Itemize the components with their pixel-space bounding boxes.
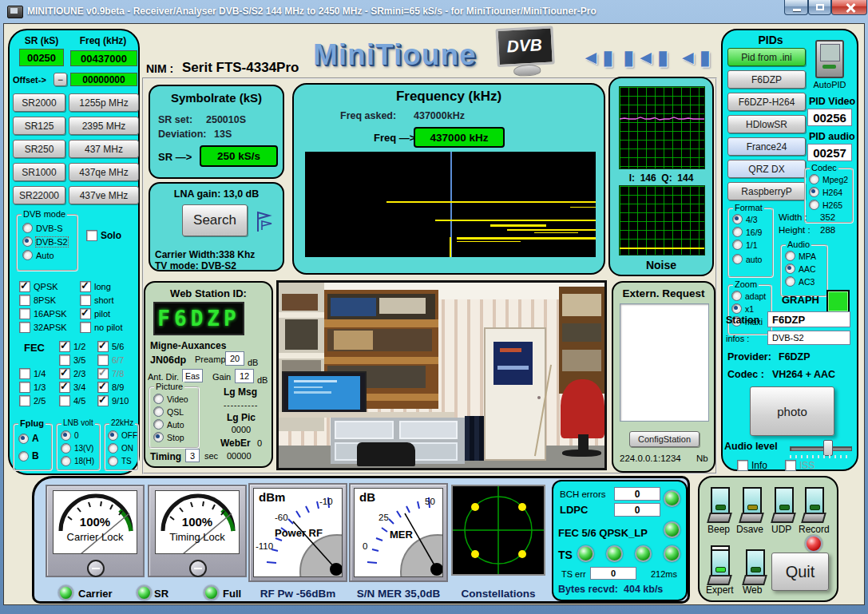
radio-lnb-0[interactable]: 0 — [61, 430, 79, 441]
checkbox-long[interactable]: long — [80, 281, 111, 292]
config-station-button[interactable]: ConfigStation — [629, 431, 700, 447]
graph-button[interactable] — [826, 290, 850, 313]
preset-437qe-button[interactable]: 437qe MHz — [69, 163, 139, 181]
radio-fplug-b[interactable]: B — [18, 450, 39, 461]
info-checkbox[interactable]: Info — [737, 460, 767, 471]
close-button[interactable] — [831, 0, 867, 15]
udp-switch[interactable] — [773, 485, 794, 522]
preset-437-button[interactable]: 437 MHz — [69, 140, 139, 158]
checkbox-fec-1-3[interactable]: 1/3 — [19, 382, 46, 393]
checkbox-fec-8-9[interactable]: 8/9 — [97, 382, 124, 393]
checkbox-qpsk[interactable]: QPSK — [19, 281, 58, 292]
radio-audio-ac3[interactable]: AC3 — [785, 276, 814, 287]
checkbox-fec-5-6[interactable]: 5/6 — [97, 341, 124, 352]
preset-sr250-button[interactable]: SR250 — [13, 140, 65, 158]
checkbox-fec-6-7[interactable]: 6/7 — [97, 355, 124, 366]
radio-icon — [22, 223, 33, 233]
dsave-switch[interactable] — [741, 485, 762, 522]
preset-sr125-button[interactable]: SR125 — [13, 117, 65, 135]
radio-22khz-off[interactable]: OFF — [108, 430, 137, 441]
radio-fplug-a[interactable]: A — [18, 433, 39, 444]
radio-zoom-adapt[interactable]: adapt — [731, 291, 766, 301]
preset-sr2000-button[interactable]: SR2000 — [13, 93, 65, 112]
solo-checkbox[interactable]: Solo — [86, 230, 121, 241]
expert-switch[interactable] — [709, 548, 730, 584]
search-button[interactable]: Search — [182, 204, 248, 236]
radio-codec-h264[interactable]: H264 — [809, 187, 842, 197]
radio-codec-mpeg2[interactable]: Mpeg2 — [809, 174, 848, 184]
radio-format-auto[interactable]: auto — [732, 254, 762, 264]
checkbox-fec-7-8[interactable]: 7/8 — [97, 368, 124, 379]
antdir-input[interactable]: Eas — [182, 369, 203, 382]
radio-dvb-s[interactable]: DVB-S — [22, 223, 63, 233]
record-switch[interactable] — [803, 485, 824, 522]
radio-dvb-auto[interactable]: Auto — [22, 250, 54, 260]
preset-1255p-button[interactable]: 1255p MHz — [69, 93, 139, 112]
offset-input[interactable]: 00000000 — [70, 73, 137, 86]
pid-video-value[interactable]: 00256 — [807, 109, 852, 126]
radio-lnb-13v[interactable]: 13(V) — [61, 443, 93, 454]
radio-picture-auto[interactable]: Auto — [153, 419, 184, 430]
preset-2395-button[interactable]: 2395 MHz — [69, 117, 139, 135]
checkbox-32apsk[interactable]: 32APSK — [19, 322, 67, 333]
beep-switch[interactable] — [709, 485, 730, 522]
preset-sr1000-button[interactable]: SR1000 — [13, 163, 65, 181]
pid-f6dzp-button[interactable]: F6DZP — [727, 70, 806, 89]
checkbox-fec-4-5[interactable]: 4/5 — [59, 395, 85, 406]
timing-input[interactable]: 3 — [185, 449, 200, 462]
checkbox-fec-2-5[interactable]: 2/5 — [19, 395, 46, 406]
checkbox-nopilot[interactable]: no pilot — [80, 322, 122, 333]
checkbox-8psk[interactable]: 8PSK — [19, 295, 56, 306]
station-input[interactable]: F6DZP — [767, 311, 850, 327]
checkbox-fec-1-2[interactable]: 1/2 — [59, 341, 85, 352]
pid-qrzdx-button[interactable]: QRZ DX — [727, 160, 806, 178]
checkbox-fec-3-4[interactable]: 3/4 — [59, 382, 85, 393]
preset-437ve-button[interactable]: 437ve MHz — [69, 186, 139, 204]
audio-level-slider[interactable] — [790, 439, 850, 457]
pid-audio-value[interactable]: 00257 — [807, 144, 852, 161]
iss-checkbox[interactable]: ISS — [785, 460, 814, 471]
radio-format-169[interactable]: 16/9 — [732, 227, 762, 237]
checkbox-fec-1-4[interactable]: 1/4 — [19, 368, 46, 379]
checkbox-fec-2-3[interactable]: 2/3 — [59, 368, 85, 379]
offset-minus-button[interactable]: − — [54, 73, 67, 86]
radio-format-43[interactable]: 4/3 — [732, 214, 758, 224]
radio-picture-stop[interactable]: Stop — [153, 432, 184, 442]
pid-from-ini-button[interactable]: Pid from .ini — [727, 48, 806, 66]
preamp-input[interactable]: 20 — [225, 351, 244, 366]
radio-22khz-on[interactable]: ON — [108, 443, 133, 454]
radio-picture-video[interactable]: Video — [153, 394, 188, 404]
freq-input[interactable]: 00437000 — [70, 50, 137, 66]
photo-button[interactable]: photo — [750, 386, 834, 436]
radio-lnb-18h[interactable]: 18(H) — [61, 456, 94, 466]
gain-input[interactable]: 12 — [235, 369, 254, 383]
pid-f6dzp-h264-button[interactable]: F6DZP-H264 — [727, 93, 806, 111]
preset-sr22000-button[interactable]: SR22000 — [13, 186, 65, 204]
slider-thumb[interactable] — [823, 440, 833, 456]
radio-audio-aac[interactable]: AAC — [785, 263, 816, 274]
radio-zoom-x1[interactable]: x1 — [731, 303, 754, 314]
checkbox-16apsk[interactable]: 16APSK — [19, 308, 67, 319]
radio-codec-h265[interactable]: H265 — [809, 200, 842, 210]
minimize-button[interactable] — [784, 0, 808, 15]
web-switch[interactable] — [744, 548, 765, 584]
radio-format-11[interactable]: 1/1 — [732, 240, 758, 250]
pid-raspberryp-button[interactable]: RaspberryP — [727, 182, 806, 200]
pid-hdlowsr-button[interactable]: HDlowSR — [727, 115, 806, 133]
maximize-button[interactable] — [808, 0, 831, 15]
radio-audio-mpa[interactable]: MPA — [785, 251, 816, 261]
radio-dvb-s2[interactable]: DVB-S2 — [22, 236, 68, 247]
checkbox-fec-3-5[interactable]: 3/5 — [59, 355, 85, 366]
sr-input[interactable]: 00250 — [19, 49, 64, 66]
pid-france24-button[interactable]: France24 — [727, 137, 806, 156]
checkbox-fec-9-10[interactable]: 9/10 — [97, 395, 129, 406]
slider-track[interactable] — [790, 446, 852, 451]
checkbox-short[interactable]: short — [80, 295, 113, 306]
infos-input[interactable]: DVB-S2 — [767, 331, 850, 345]
extern-request-list[interactable] — [620, 303, 709, 422]
radio-22khz-ts[interactable]: TS — [108, 456, 132, 466]
radio-picture-qsl[interactable]: QSL — [153, 406, 184, 417]
quit-button[interactable]: Quit — [771, 553, 829, 591]
pids-panel: PIDs AutoPID Pid from .ini F6DZP F6DZP-H… — [721, 29, 858, 471]
checkbox-pilot[interactable]: pilot — [80, 308, 110, 319]
